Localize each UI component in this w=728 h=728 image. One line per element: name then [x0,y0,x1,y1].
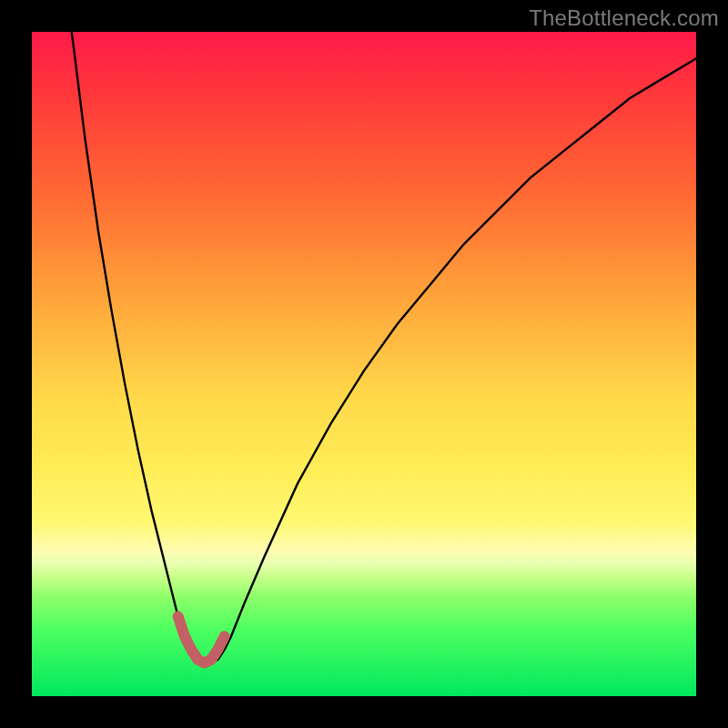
chart-svg [32,32,696,696]
bottleneck-curve-line [72,32,696,663]
chart-frame: TheBottleneck.com [0,0,728,728]
dip-highlight-line [178,616,225,662]
plot-area [32,32,696,696]
watermark-text: TheBottleneck.com [529,5,719,31]
